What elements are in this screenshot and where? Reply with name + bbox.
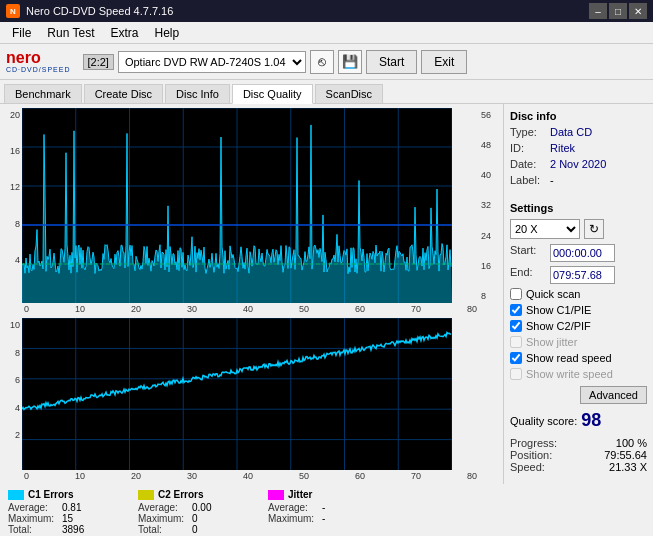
disc-date-row: Date: 2 Nov 2020	[510, 158, 647, 170]
legend-c1: C1 Errors Average: 0.81 Maximum: 15 Tota…	[8, 489, 102, 535]
quick-scan-checkbox[interactable]	[510, 288, 522, 300]
upper-x-0: 0	[24, 304, 29, 314]
settings-title: Settings	[510, 202, 647, 214]
quality-score-row: Quality score: 98	[510, 410, 647, 431]
right-y-label-8: 8	[481, 291, 497, 301]
progress-value: 100 %	[616, 437, 647, 449]
quality-score-label: Quality score:	[510, 415, 577, 427]
lower-x-10: 10	[75, 471, 85, 481]
toolbar: nero CD·DVD/SPEED [2:2] Optiarc DVD RW A…	[0, 44, 653, 80]
legend-jitter-avg-row: Average: -	[268, 502, 362, 513]
disc-info-title: Disc info	[510, 110, 647, 122]
show-c2-row: Show C2/PIF	[510, 320, 647, 332]
show-jitter-label: Show jitter	[526, 336, 577, 348]
show-c1-checkbox[interactable]	[510, 304, 522, 316]
legend-jitter-max-value: -	[322, 513, 362, 524]
lower-x-30: 30	[187, 471, 197, 481]
end-time-input[interactable]	[550, 266, 615, 284]
lower-x-50: 50	[299, 471, 309, 481]
disc-id-value: Ritek	[550, 142, 575, 154]
lower-x-70: 70	[411, 471, 421, 481]
legend-c2-total-row: Total: 0	[138, 524, 232, 535]
maximize-button[interactable]: □	[609, 3, 627, 19]
upper-x-70: 70	[411, 304, 421, 314]
position-value: 79:55.64	[604, 449, 647, 461]
right-y-label-24: 24	[481, 231, 497, 241]
eject-button[interactable]: ⎋	[310, 50, 334, 74]
lower-x-80: 80	[467, 471, 477, 481]
disc-id-label: ID:	[510, 142, 546, 154]
nero-logo: nero CD·DVD/SPEED	[6, 50, 71, 73]
drive-combo[interactable]: Optiarc DVD RW AD-7240S 1.04	[118, 51, 306, 73]
chart-area: 20 16 12 8 4 0 56 48 40 32 24 16 8	[0, 104, 503, 484]
lower-y-label-8: 8	[6, 348, 20, 358]
start-button[interactable]: Start	[366, 50, 417, 74]
upper-x-80: 80	[467, 304, 477, 314]
start-time-input[interactable]	[550, 244, 615, 262]
lower-y-label-4: 4	[6, 403, 20, 413]
legend-jitter-title: Jitter	[288, 489, 312, 500]
legend-c2-total-label: Total:	[138, 524, 188, 535]
legend-c2-avg-value: 0.00	[192, 502, 232, 513]
legend-c2-color	[138, 490, 154, 500]
legend-c1-color	[8, 490, 24, 500]
show-c2-label: Show C2/PIF	[526, 320, 591, 332]
right-y-label-48: 48	[481, 140, 497, 150]
show-read-speed-checkbox[interactable]	[510, 352, 522, 364]
speed-value: 21.33 X	[609, 461, 647, 473]
tab-disc-quality[interactable]: Disc Quality	[232, 84, 313, 104]
nero-text: nero	[6, 50, 71, 66]
show-c2-checkbox[interactable]	[510, 320, 522, 332]
speed-select[interactable]: 20 X	[510, 219, 580, 239]
menu-bar: File Run Test Extra Help	[0, 22, 653, 44]
start-time-row: Start:	[510, 244, 647, 262]
advanced-button[interactable]: Advanced	[580, 386, 647, 404]
legend-c1-avg-label: Average:	[8, 502, 58, 513]
disc-date-label: Date:	[510, 158, 546, 170]
menu-extra[interactable]: Extra	[102, 24, 146, 42]
show-read-speed-label: Show read speed	[526, 352, 612, 364]
refresh-button[interactable]: ↻	[584, 219, 604, 239]
progress-section: Progress: 100 % Position: 79:55.64 Speed…	[510, 437, 647, 473]
menu-help[interactable]: Help	[147, 24, 188, 42]
legend-c2-title: C2 Errors	[158, 489, 204, 500]
tab-benchmark[interactable]: Benchmark	[4, 84, 82, 103]
legend-c1-total-label: Total:	[8, 524, 58, 535]
lower-y-label-2: 2	[6, 430, 20, 440]
legend-c1-title: C1 Errors	[28, 489, 74, 500]
title-bar-title: Nero CD-DVD Speed 4.7.7.16	[26, 5, 589, 17]
upper-y-label-8: 8	[6, 219, 20, 229]
menu-run-test[interactable]: Run Test	[39, 24, 102, 42]
disc-id-row: ID: Ritek	[510, 142, 647, 154]
legend-c1-max-row: Maximum: 15	[8, 513, 102, 524]
progress-label: Progress:	[510, 437, 557, 449]
app-icon: N	[6, 4, 20, 18]
tab-create-disc[interactable]: Create Disc	[84, 84, 163, 103]
right-y-label-56: 56	[481, 110, 497, 120]
drive-label: [2:2]	[83, 54, 114, 70]
minimize-button[interactable]: –	[589, 3, 607, 19]
exit-button[interactable]: Exit	[421, 50, 467, 74]
position-label: Position:	[510, 449, 552, 461]
close-button[interactable]: ✕	[629, 3, 647, 19]
legend-jitter: Jitter Average: - Maximum: -	[268, 489, 362, 535]
quality-score-value: 98	[581, 410, 601, 431]
right-y-label-40: 40	[481, 170, 497, 180]
lower-y-label-6: 6	[6, 375, 20, 385]
tab-scan-disc[interactable]: ScanDisc	[315, 84, 383, 103]
nero-sub: CD·DVD/SPEED	[6, 66, 71, 73]
legend-c1-header: C1 Errors	[8, 489, 102, 500]
legend-jitter-header: Jitter	[268, 489, 362, 500]
upper-x-40: 40	[243, 304, 253, 314]
legend-c1-max-label: Maximum:	[8, 513, 58, 524]
quick-scan-label: Quick scan	[526, 288, 580, 300]
show-c1-label: Show C1/PIE	[526, 304, 591, 316]
menu-file[interactable]: File	[4, 24, 39, 42]
disc-label-value: -	[550, 174, 554, 186]
upper-x-20: 20	[131, 304, 141, 314]
save-button[interactable]: 💾	[338, 50, 362, 74]
legend-c1-total-value: 3896	[62, 524, 102, 535]
lower-x-20: 20	[131, 471, 141, 481]
legend-jitter-max-row: Maximum: -	[268, 513, 362, 524]
tab-disc-info[interactable]: Disc Info	[165, 84, 230, 103]
